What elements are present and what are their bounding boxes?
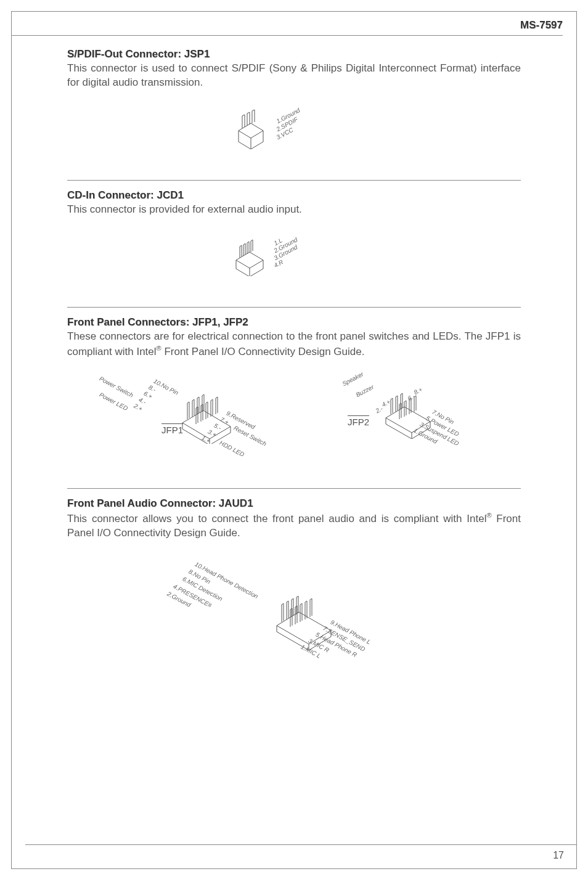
cdin-diagram: 1.L 2.Ground 3.Ground 4.R: [67, 233, 521, 288]
spdif-title: S/PDIF-Out Connector: JSP1: [67, 48, 521, 60]
jaud-desc: This connector allows you to connect the…: [67, 511, 521, 541]
page: MS-7597 S/PDIF-Out Connector: JSP1 This …: [11, 11, 577, 869]
jaud-diagram: 10.Head Phone Detection 8.No Pin 6.MIC D…: [67, 557, 521, 674]
spdif-diagram: 1.Ground 2.SPDIF 3.VCC: [67, 106, 521, 161]
pin-label: Buzzer: [354, 383, 375, 398]
page-number: 17: [553, 850, 564, 860]
jfp2-diagram: Speaker Buzzer 8.+ 6.- 4.+ 2.- JFP2 7.No…: [316, 371, 488, 463]
connector-icon: [232, 106, 269, 149]
footer: 17: [25, 844, 576, 868]
section-jaud: Front Panel Audio Connector: JAUD1 This …: [67, 497, 521, 674]
frontpanel-diagram: Power Switch Power LED 10.No Pin 8.- 6.+…: [67, 371, 521, 463]
text: This connector allows you to connect the…: [67, 513, 486, 525]
section-divider: [67, 180, 521, 181]
frontpanel-title: Front Panel Connectors: JFP1, JFP2: [67, 316, 521, 329]
section-cdin: CD-In Connector: JCD1 This connector is …: [67, 189, 521, 288]
spdif-desc: This connector is used to connect S/PDIF…: [67, 62, 521, 90]
model-number: MS-7597: [520, 19, 563, 31]
cdin-desc: This connector is provided for external …: [67, 203, 521, 217]
connector-icon: [382, 386, 434, 439]
cdin-title: CD-In Connector: JCD1: [67, 189, 521, 202]
jfp1-diagram: Power Switch Power LED 10.No Pin 8.- 6.+…: [100, 371, 272, 463]
jfp2-label: JFP2: [348, 415, 369, 427]
jaud-title: Front Panel Audio Connector: JAUD1: [67, 497, 521, 510]
section-divider: [67, 488, 521, 489]
pin-label: Speaker: [341, 370, 364, 387]
text: Front Panel I/O Connectivity Design Guid…: [161, 345, 365, 357]
connector-icon: [232, 233, 267, 276]
section-divider: [67, 307, 521, 308]
content: S/PDIF-Out Connector: JSP1 This connecto…: [12, 36, 576, 844]
frontpanel-desc: These connectors are for electrical conn…: [67, 330, 521, 359]
reg-mark: ®: [157, 345, 161, 352]
section-spdif: S/PDIF-Out Connector: JSP1 This connecto…: [67, 48, 521, 161]
reg-mark: ®: [486, 512, 491, 519]
jfp1-label: JFP1: [161, 423, 183, 435]
section-frontpanel: Front Panel Connectors: JFP1, JFP2 These…: [67, 316, 521, 464]
header: MS-7597: [12, 12, 576, 35]
